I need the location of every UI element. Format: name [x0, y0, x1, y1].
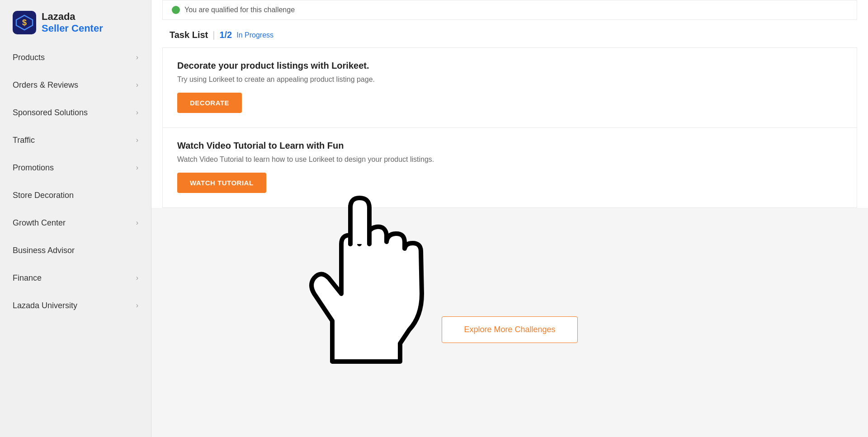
sidebar-item-lazada-university[interactable]: Lazada University › [0, 292, 151, 320]
qualified-banner: You are qualified for this challenge [162, 0, 857, 20]
sidebar-item-label: Store Decoration [13, 191, 74, 200]
svg-text:$: $ [22, 18, 27, 27]
sidebar-item-label: Products [13, 53, 45, 62]
task-card-1-desc: Try using Lorikeet to create an appealin… [177, 75, 842, 84]
watch-tutorial-button[interactable]: WATCH TUTORIAL [177, 173, 266, 193]
chevron-right-icon: › [136, 108, 138, 117]
sidebar-item-label: Lazada University [13, 301, 77, 310]
chevron-right-icon: › [136, 81, 138, 89]
explore-more-challenges-button[interactable]: Explore More Challenges [442, 316, 577, 343]
decorate-button[interactable]: DECORATE [177, 93, 242, 113]
sidebar-item-label: Sponsored Solutions [13, 108, 88, 117]
chevron-right-icon: › [136, 53, 138, 61]
task-card-watch-tutorial: Watch Video Tutorial to Learn with Fun W… [162, 128, 857, 208]
task-list-progress: 1/2 [219, 30, 232, 40]
sidebar-item-products[interactable]: Products › [0, 44, 151, 71]
main-content: You are qualified for this challenge Tas… [151, 0, 868, 437]
sidebar-item-store-decoration[interactable]: Store Decoration [0, 182, 151, 209]
sidebar-item-promotions[interactable]: Promotions › [0, 154, 151, 182]
sidebar-item-orders-reviews[interactable]: Orders & Reviews › [0, 71, 151, 99]
explore-btn-wrapper: Explore More Challenges [151, 208, 868, 343]
chevron-right-icon: › [136, 274, 138, 282]
sidebar-item-traffic[interactable]: Traffic › [0, 127, 151, 154]
task-list-label: Task List [170, 30, 208, 40]
sidebar: $ Lazada Seller Center Products › Orders… [0, 0, 151, 437]
task-card-decorate: Decorate your product listings with Lori… [162, 47, 857, 128]
qualified-text: You are qualified for this challenge [184, 6, 295, 14]
sidebar-item-business-advisor[interactable]: Business Advisor [0, 237, 151, 264]
bottom-area: Explore More Challenges [151, 208, 868, 437]
task-card-2-title: Watch Video Tutorial to Learn with Fun [177, 141, 842, 151]
green-status-dot [172, 6, 180, 14]
task-list-status: In Progress [236, 31, 274, 39]
sidebar-item-label: Traffic [13, 136, 35, 145]
logo-lazada: Lazada [42, 11, 103, 23]
logo-seller-center: Seller Center [42, 23, 103, 34]
chevron-right-icon: › [136, 136, 138, 144]
sidebar-item-growth-center[interactable]: Growth Center › [0, 209, 151, 237]
chevron-right-icon: › [136, 164, 138, 172]
task-card-2-desc: Watch Video Tutorial to learn how to use… [177, 155, 842, 164]
nav-list: Products › Orders & Reviews › Sponsored … [0, 44, 151, 437]
logo-text: Lazada Seller Center [42, 11, 103, 35]
chevron-right-icon: › [136, 219, 138, 227]
task-card-1-title: Decorate your product listings with Lori… [177, 61, 842, 71]
sidebar-item-label: Business Advisor [13, 246, 75, 255]
chevron-right-icon: › [136, 301, 138, 310]
sidebar-item-sponsored-solutions[interactable]: Sponsored Solutions › [0, 99, 151, 127]
logo-area: $ Lazada Seller Center [0, 0, 151, 44]
lazada-logo-icon: $ [13, 11, 36, 34]
sidebar-item-label: Promotions [13, 163, 54, 173]
task-list-divider: | [212, 30, 215, 40]
task-list-header: Task List | 1/2 In Progress [151, 20, 868, 47]
sidebar-item-label: Orders & Reviews [13, 80, 78, 90]
sidebar-item-finance[interactable]: Finance › [0, 264, 151, 292]
sidebar-item-label: Growth Center [13, 218, 66, 228]
sidebar-item-label: Finance [13, 273, 42, 283]
